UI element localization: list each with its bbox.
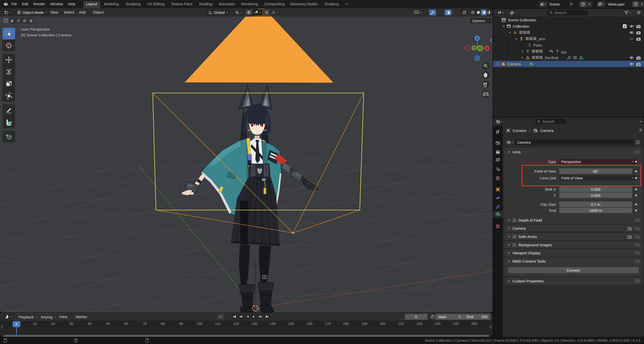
svg-text:Z: Z [476,37,478,40]
svg-text:Y: Y [473,46,475,50]
svg-text:X: X [486,47,488,50]
